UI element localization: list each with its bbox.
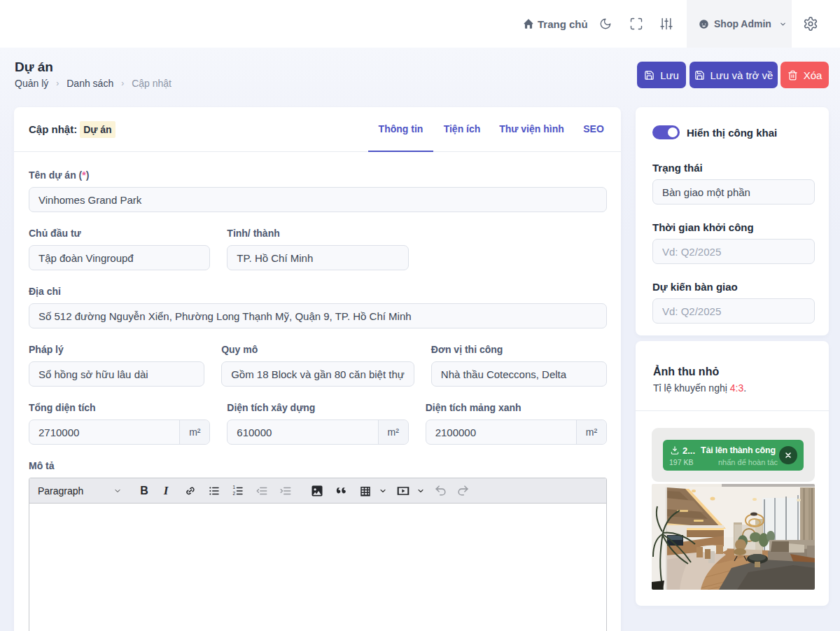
svg-text:1: 1 xyxy=(233,485,236,490)
svg-text:2: 2 xyxy=(233,491,236,496)
